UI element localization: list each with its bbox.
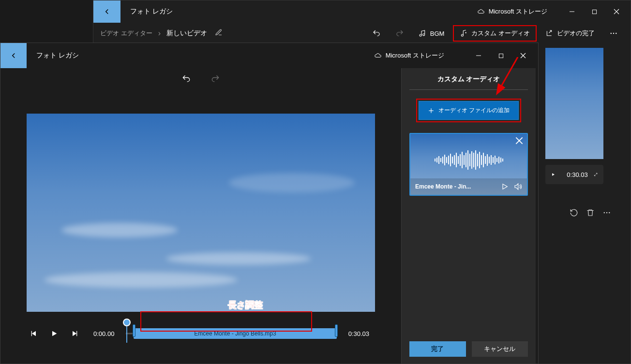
front-undo-button[interactable]	[181, 74, 191, 86]
bgm-label: BGM	[430, 30, 445, 37]
length-annotation: 長さ調整	[228, 299, 263, 311]
card-remove-button[interactable]	[515, 137, 523, 146]
play-icon[interactable]	[551, 171, 555, 178]
svg-point-4	[462, 34, 464, 36]
window-controls	[562, 4, 627, 19]
waveform-icon	[416, 150, 521, 170]
current-time: 0:00.00	[93, 330, 114, 337]
fullscreen-icon[interactable]	[594, 171, 598, 178]
front-close-button[interactable]	[513, 48, 533, 63]
svg-point-9	[606, 212, 607, 213]
back-toolbar: ビデオ エディター › 新しいビデオ BGM カスタム オーディオ ビデオの	[93, 23, 631, 44]
back-video-preview	[545, 48, 603, 159]
back-duration: 0:30.03	[567, 171, 587, 178]
front-app-title: フォト レガシ	[36, 51, 79, 60]
more-icon[interactable]	[602, 208, 611, 217]
front-storage-label: Microsoft ストレージ	[386, 51, 444, 60]
chevron-right-icon: ›	[158, 29, 161, 38]
storage-link[interactable]: Microsoft ストレージ	[477, 7, 547, 16]
done-button[interactable]: 完了	[409, 341, 466, 357]
panel-title: カスタム オーディオ	[409, 75, 528, 90]
more-button[interactable]	[603, 25, 624, 42]
front-storage-link[interactable]: Microsoft ストレージ	[374, 51, 444, 60]
card-play-icon[interactable]	[501, 183, 509, 190]
custom-audio-button[interactable]: カスタム オーディオ	[453, 25, 537, 42]
back-titlebar: フォト レガシ Microsoft ストレージ	[93, 0, 631, 23]
rotate-icon[interactable]	[570, 208, 578, 217]
step-back-button[interactable]	[27, 326, 41, 341]
front-titlebar: フォト レガシ Microsoft ストレージ	[0, 43, 538, 68]
front-back-button[interactable]	[0, 43, 27, 68]
svg-rect-12	[499, 54, 503, 58]
bgm-button[interactable]: BGM	[413, 25, 451, 42]
clip-handle-right[interactable]	[335, 324, 338, 337]
preview-column: 0:00.00 Emcee Monte - Jingo Bells.mp3 0:…	[0, 68, 401, 364]
svg-point-6	[613, 33, 614, 34]
back-app-title: フォト レガシ	[130, 7, 173, 16]
audio-card[interactable]: Emcee Monte - Jin...	[409, 133, 528, 196]
clip-handle-left[interactable]	[133, 324, 135, 337]
custom-audio-label: カスタム オーディオ	[471, 29, 530, 38]
back-clip-tools	[570, 208, 611, 217]
back-timeline-info: 0:30.03	[545, 165, 603, 184]
panel-footer: 完了 キャンセル	[409, 341, 528, 357]
add-audio-file-button[interactable]: オーディオ ファイルの追加	[419, 101, 519, 120]
front-redo-button	[210, 74, 220, 86]
close-button[interactable]	[606, 4, 627, 19]
play-button[interactable]	[47, 326, 61, 341]
minimize-button[interactable]	[562, 4, 582, 19]
step-forward-button[interactable]	[67, 326, 82, 341]
breadcrumb[interactable]: ビデオ エディター	[100, 29, 152, 38]
svg-point-8	[604, 212, 605, 213]
delete-icon[interactable]	[586, 208, 595, 217]
video-preview	[27, 114, 375, 312]
card-volume-icon[interactable]	[513, 182, 522, 191]
undo-button[interactable]	[366, 25, 387, 42]
storage-label: Microsoft ストレージ	[489, 7, 547, 16]
card-title: Emcee Monte - Jin...	[415, 183, 496, 190]
finish-video-button[interactable]: ビデオの完了	[540, 25, 601, 42]
project-name: 新しいビデオ	[166, 29, 207, 38]
svg-point-5	[611, 33, 612, 34]
annotation-highlight-box	[140, 311, 312, 332]
maximize-button[interactable]	[584, 4, 604, 19]
front-body: 0:00.00 Emcee Monte - Jingo Bells.mp3 0:…	[0, 68, 538, 364]
add-audio-label: オーディオ ファイルの追加	[438, 106, 510, 115]
front-maximize-button[interactable]	[491, 48, 511, 63]
edit-name-button[interactable]	[215, 29, 223, 38]
playhead[interactable]	[123, 319, 131, 326]
foreground-window: フォト レガシ Microsoft ストレージ	[0, 43, 539, 364]
end-time: 0:30.03	[348, 330, 369, 337]
redo-button	[390, 25, 410, 42]
svg-point-10	[609, 212, 610, 213]
finish-label: ビデオの完了	[557, 29, 595, 38]
back-button[interactable]	[93, 0, 120, 23]
svg-point-7	[616, 33, 616, 34]
front-minimize-button[interactable]	[468, 48, 489, 63]
cancel-button[interactable]: キャンセル	[472, 341, 528, 357]
custom-audio-panel: カスタム オーディオ オーディオ ファイルの追加	[401, 68, 536, 364]
svg-rect-1	[592, 10, 596, 14]
